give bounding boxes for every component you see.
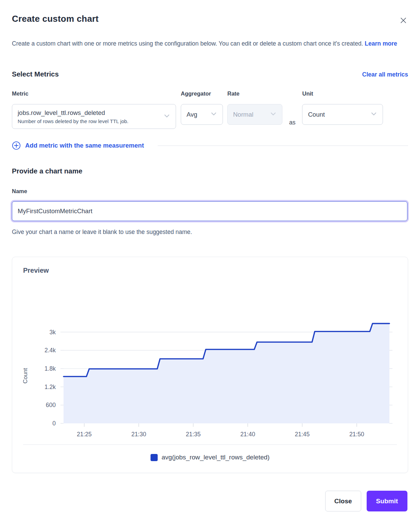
preview-heading: Preview <box>23 267 397 274</box>
x-tick-label: 21:35 <box>186 431 201 438</box>
close-button-footer[interactable]: Close <box>325 491 361 511</box>
modal-description: Create a custom chart with one or more m… <box>12 37 403 50</box>
x-tick-label: 21:25 <box>77 431 92 438</box>
metric-select-description: Number of rows deleted by the row level … <box>18 118 128 124</box>
y-axis-label: Count <box>23 368 29 384</box>
y-tick-label: 2.4k <box>45 347 56 354</box>
aggregator-select[interactable]: Avg <box>181 104 223 125</box>
chevron-down-icon <box>270 111 277 119</box>
add-metric-button[interactable]: Add metric with the same measurement <box>12 141 144 150</box>
unit-select[interactable]: Count <box>302 104 383 125</box>
metric-config-row: Metric jobs.row_level_ttl.rows_deleted N… <box>12 90 408 129</box>
y-tick-label: 1.8k <box>45 365 56 372</box>
x-tick-label: 21:50 <box>349 431 364 438</box>
select-metrics-header: Select Metrics Clear all metrics <box>12 70 408 78</box>
chart-name-input[interactable] <box>12 201 407 221</box>
chevron-down-icon <box>370 111 377 119</box>
modal-footer: Close Submit <box>12 491 408 511</box>
chevron-down-icon <box>163 113 170 121</box>
add-metric-row: Add metric with the same measurement <box>12 141 408 150</box>
learn-more-link[interactable]: Learn more <box>365 40 397 47</box>
rate-select-value: Normal <box>233 111 253 118</box>
modal-description-text: Create a custom chart with one or more m… <box>12 40 363 47</box>
metric-field-label: Metric <box>12 90 176 97</box>
name-field-label: Name <box>12 188 408 195</box>
rate-field-label: Rate <box>227 90 282 97</box>
select-metrics-heading: Select Metrics <box>12 70 59 78</box>
plus-circle-icon <box>12 141 21 150</box>
legend-swatch <box>151 454 158 461</box>
submit-button[interactable]: Submit <box>367 491 407 511</box>
unit-select-value: Count <box>308 111 325 118</box>
y-tick-label: 0 <box>52 420 56 427</box>
x-tick-label: 21:40 <box>240 431 255 438</box>
chart-legend: avg(jobs_row_level_ttl_rows_deleted) <box>23 445 397 466</box>
x-tick-label: 21:30 <box>131 431 146 438</box>
preview-card: Preview 06001.2k1.8k2.4k3k21:2521:3021:3… <box>12 257 408 473</box>
preview-chart: 06001.2k1.8k2.4k3k21:2521:3021:3521:4021… <box>23 277 397 440</box>
add-metric-divider <box>158 146 408 146</box>
step-area-chart: 06001.2k1.8k2.4k3k21:2521:3021:3521:4021… <box>23 277 397 440</box>
aggregator-select-value: Avg <box>187 111 197 118</box>
x-tick-label: 21:45 <box>295 431 310 438</box>
as-label: as <box>289 119 295 126</box>
clear-all-metrics-link[interactable]: Clear all metrics <box>362 71 408 78</box>
modal-header: Create custom chart <box>12 14 408 27</box>
modal-title: Create custom chart <box>12 14 99 24</box>
metric-select-value: jobs.row_level_ttl.rows_deleted <box>18 109 128 117</box>
y-tick-label: 3k <box>50 329 56 336</box>
aggregator-field-label: Aggregator <box>181 90 223 97</box>
series-area <box>64 323 389 423</box>
add-metric-label: Add metric with the same measurement <box>25 142 144 149</box>
legend-label: avg(jobs_row_level_ttl_rows_deleted) <box>162 454 270 461</box>
chevron-down-icon <box>210 111 217 119</box>
metric-select[interactable]: jobs.row_level_ttl.rows_deleted Number o… <box>12 104 176 129</box>
name-helper-text: Give your chart a name or leave it blank… <box>12 229 408 236</box>
y-tick-label: 1.2k <box>45 384 56 390</box>
create-custom-chart-modal: Create custom chart Create a custom char… <box>0 0 420 511</box>
rate-select: Normal <box>227 104 282 125</box>
chart-name-heading: Provide a chart name <box>12 167 408 175</box>
close-button[interactable] <box>397 14 409 27</box>
close-icon <box>399 16 407 24</box>
unit-field-label: Unit <box>302 90 383 97</box>
y-tick-label: 600 <box>46 402 56 408</box>
